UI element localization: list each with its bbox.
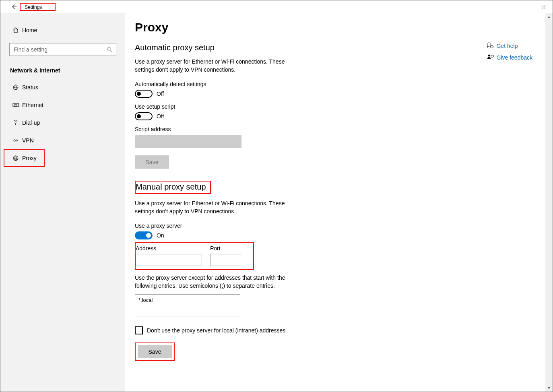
address-label: Address — [136, 245, 202, 252]
use-proxy-state: On — [157, 232, 164, 239]
main-column: Proxy Automatic proxy setup Use a proxy … — [125, 13, 415, 392]
detect-state: Off — [157, 91, 164, 97]
get-help-label: Get help — [497, 43, 518, 49]
help-icon — [487, 42, 497, 49]
sidebar-item-label: Ethernet — [22, 102, 43, 108]
scroll-up-icon: ▲ — [547, 13, 551, 21]
search-input[interactable] — [13, 46, 107, 53]
give-feedback-label: Give feedback — [497, 54, 533, 61]
content-area: Proxy Automatic proxy setup Use a proxy … — [125, 13, 553, 392]
search-box[interactable] — [9, 43, 116, 56]
sidebar-category: Network & Internet — [0, 61, 125, 78]
minimize-button[interactable] — [497, 0, 516, 13]
sidebar-item-label: Proxy — [22, 155, 37, 161]
page-title: Proxy — [135, 21, 415, 34]
exceptions-desc: Use the proxy server except for addresse… — [135, 274, 300, 290]
svg-point-10 — [14, 140, 15, 141]
script-toggle[interactable] — [135, 112, 153, 120]
sidebar-item-status[interactable]: Status — [0, 78, 125, 96]
address-input[interactable] — [136, 254, 202, 266]
manual-save-button[interactable]: Save — [138, 345, 172, 358]
svg-rect-16 — [491, 55, 493, 57]
script-address-label: Script address — [135, 126, 415, 132]
local-bypass-checkbox[interactable] — [135, 326, 143, 334]
detect-label: Automatically detect settings — [135, 81, 415, 87]
close-button[interactable] — [534, 0, 553, 13]
manual-section-heading: Manual proxy setup — [136, 182, 206, 192]
feedback-icon — [487, 54, 497, 61]
settings-window: Settings Home Network & Inter — [0, 0, 553, 392]
exceptions-input[interactable] — [135, 294, 240, 316]
home-icon — [10, 27, 21, 33]
give-feedback-link[interactable]: Give feedback — [487, 54, 533, 61]
sidebar-item-proxy[interactable]: Proxy — [4, 149, 45, 167]
get-help-link[interactable]: Get help — [487, 42, 533, 49]
svg-line-5 — [111, 50, 112, 52]
auto-section-heading: Automatic proxy setup — [135, 43, 415, 52]
sidebar-item-label: VPN — [22, 137, 34, 144]
sidebar: Home Network & Internet Status Ethern — [0, 13, 125, 392]
sidebar-home-label: Home — [22, 27, 37, 33]
maximize-button[interactable] — [516, 0, 534, 13]
sidebar-item-vpn[interactable]: VPN — [0, 132, 125, 149]
svg-rect-1 — [523, 5, 527, 9]
vpn-icon — [10, 137, 21, 144]
highlight-title: Settings — [20, 3, 56, 11]
window-controls — [497, 0, 553, 13]
sidebar-item-dialup[interactable]: Dial-up — [0, 114, 125, 132]
auto-section-desc: Use a proxy server for Ethernet or Wi-Fi… — [135, 58, 296, 74]
svg-point-14 — [490, 45, 493, 48]
right-links: Get help Give feedback — [487, 42, 533, 66]
highlight-manual-heading: Manual proxy setup — [135, 181, 211, 194]
sidebar-item-label: Status — [22, 84, 38, 91]
svg-point-15 — [488, 55, 490, 57]
script-state: Off — [157, 113, 164, 120]
local-bypass-label: Don't use the proxy server for local (in… — [147, 327, 285, 334]
back-button[interactable] — [8, 4, 20, 10]
dialup-icon — [10, 120, 21, 126]
svg-point-11 — [16, 140, 18, 141]
scrollbar[interactable]: ▲ ▼ — [545, 13, 553, 392]
manual-section-desc: Use a proxy server for Ethernet or Wi-Fi… — [135, 200, 296, 215]
sidebar-item-label: Dial-up — [22, 120, 40, 126]
svg-point-4 — [107, 47, 111, 51]
script-address-input — [135, 135, 241, 148]
window-title: Settings — [21, 3, 55, 11]
sidebar-home[interactable]: Home — [0, 21, 125, 39]
use-proxy-label: Use a proxy server — [135, 223, 415, 229]
auto-save-button: Save — [135, 155, 169, 169]
scroll-down-icon: ▼ — [547, 384, 551, 392]
use-proxy-toggle[interactable] — [135, 231, 153, 239]
sidebar-item-ethernet[interactable]: Ethernet — [0, 96, 125, 114]
ethernet-icon — [10, 102, 21, 108]
highlight-manual-save: Save — [135, 342, 175, 361]
svg-rect-8 — [14, 105, 17, 106]
script-label: Use setup script — [135, 103, 415, 110]
titlebar: Settings — [0, 0, 553, 13]
svg-point-9 — [15, 124, 16, 125]
proxy-icon — [10, 155, 21, 161]
status-icon — [10, 84, 21, 91]
port-label: Port — [210, 245, 242, 252]
detect-toggle[interactable] — [135, 90, 153, 98]
search-icon — [107, 47, 113, 53]
highlight-address-port: Address Port — [135, 242, 254, 270]
port-input[interactable] — [210, 254, 242, 266]
